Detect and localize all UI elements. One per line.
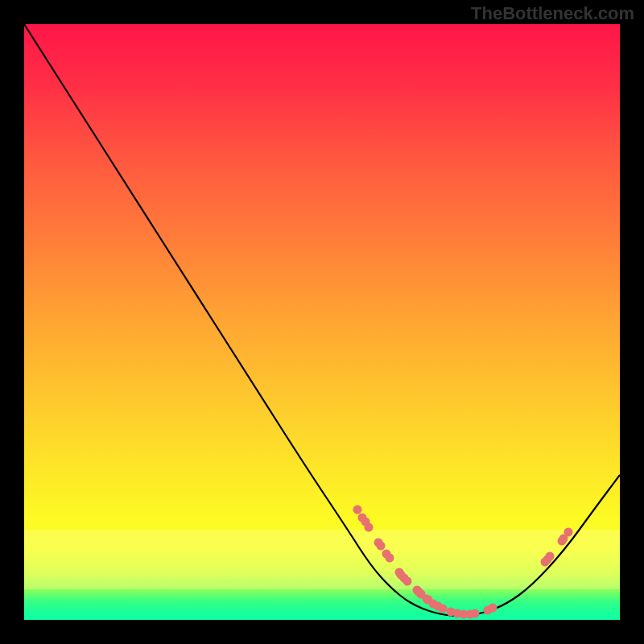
data-markers bbox=[353, 506, 573, 619]
bottleneck-curve bbox=[24, 24, 620, 616]
data-marker bbox=[471, 609, 480, 618]
chart-svg bbox=[24, 24, 620, 620]
data-marker bbox=[489, 604, 497, 613]
data-marker bbox=[353, 506, 362, 514]
data-marker bbox=[365, 523, 374, 532]
data-marker bbox=[546, 552, 555, 561]
watermark-text: TheBottleneck.com bbox=[471, 3, 634, 24]
data-marker bbox=[439, 605, 448, 613]
data-marker bbox=[377, 542, 386, 551]
chart-area bbox=[24, 24, 620, 620]
data-marker bbox=[564, 528, 573, 537]
data-marker bbox=[386, 554, 394, 563]
data-marker bbox=[403, 577, 412, 586]
